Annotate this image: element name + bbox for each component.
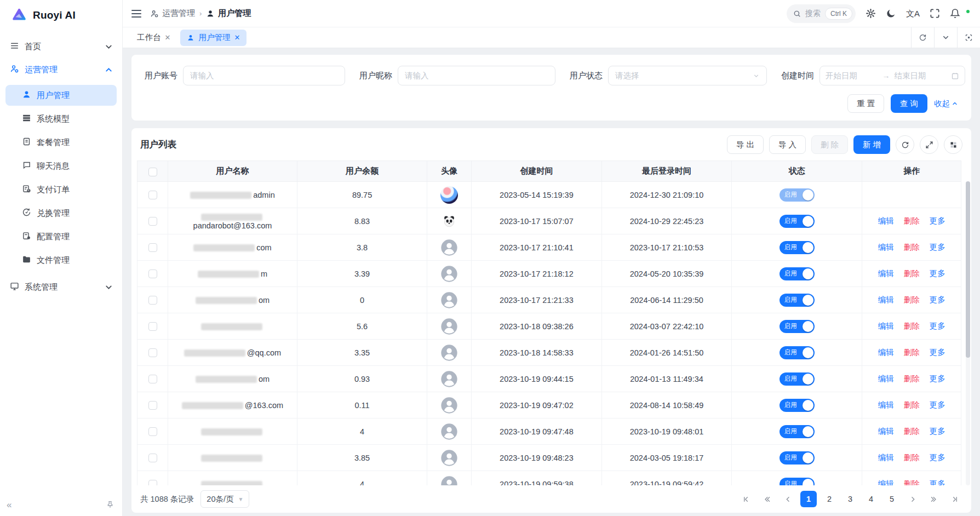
- language-translate-icon[interactable]: 文A: [906, 9, 920, 18]
- edit-link[interactable]: 编辑: [878, 427, 894, 435]
- sidebar-item-chat-messages[interactable]: 聊天消息: [5, 156, 117, 176]
- status-toggle[interactable]: 启用: [780, 188, 815, 202]
- page-size-select[interactable]: 20条/页 ▼: [200, 490, 249, 508]
- row-checkbox[interactable]: [148, 217, 157, 226]
- dark-mode-moon-icon[interactable]: [886, 8, 896, 19]
- jump-back-icon[interactable]: [759, 491, 775, 507]
- close-icon[interactable]: ✕: [165, 33, 171, 42]
- account-input[interactable]: [183, 66, 345, 85]
- edit-link[interactable]: 编辑: [878, 216, 894, 225]
- more-link[interactable]: 更多: [930, 427, 945, 435]
- status-toggle[interactable]: 启用: [780, 294, 815, 307]
- page-number-2[interactable]: 2: [821, 491, 838, 507]
- delete-link[interactable]: 删除: [904, 453, 920, 462]
- sidebar-item-system-model[interactable]: 系统模型: [5, 108, 117, 129]
- prev-page-icon[interactable]: [780, 491, 796, 507]
- column-header-name[interactable]: 用户名称: [168, 161, 297, 182]
- content-fullscreen-icon[interactable]: [957, 27, 980, 48]
- edit-link[interactable]: 编辑: [878, 400, 894, 409]
- more-link[interactable]: 更多: [930, 322, 945, 330]
- more-link[interactable]: 更多: [930, 374, 945, 383]
- first-page-icon[interactable]: [738, 491, 754, 507]
- nickname-input[interactable]: [398, 66, 555, 85]
- delete-link[interactable]: 删除: [904, 243, 920, 251]
- status-toggle[interactable]: 启用: [780, 372, 815, 386]
- delete-button[interactable]: 删 除: [811, 135, 848, 154]
- sidebar-item-file-management[interactable]: 文件管理: [5, 250, 117, 271]
- table-refresh-icon[interactable]: [896, 135, 914, 154]
- edit-link[interactable]: 编辑: [878, 348, 894, 357]
- breadcrumb-user-management[interactable]: 用户管理: [206, 8, 251, 19]
- delete-link[interactable]: 删除: [904, 269, 920, 278]
- edit-link[interactable]: 编辑: [878, 295, 894, 304]
- status-toggle[interactable]: 启用: [780, 346, 815, 359]
- delete-link[interactable]: 删除: [904, 400, 920, 409]
- tab-user-management[interactable]: 用户管理 ✕: [180, 30, 247, 46]
- more-link[interactable]: 更多: [930, 295, 945, 304]
- global-search[interactable]: 搜索 Ctrl K: [787, 4, 856, 23]
- breadcrumb-operations[interactable]: 运营管理: [150, 8, 195, 19]
- column-header-actions[interactable]: 操作: [862, 161, 961, 182]
- delete-link[interactable]: 删除: [904, 216, 920, 225]
- delete-link[interactable]: 删除: [904, 295, 920, 304]
- last-page-icon[interactable]: [946, 491, 962, 507]
- delete-link[interactable]: 删除: [904, 322, 920, 330]
- sidebar-item-config-management[interactable]: 配置管理: [5, 226, 117, 247]
- edit-link[interactable]: 编辑: [878, 374, 894, 383]
- status-toggle[interactable]: 启用: [780, 320, 815, 333]
- start-date-input[interactable]: 开始日期: [826, 71, 878, 81]
- more-link[interactable]: 更多: [930, 453, 945, 462]
- sidebar-collapse-icon[interactable]: «: [7, 500, 12, 509]
- column-header-created[interactable]: 创建时间: [471, 161, 602, 182]
- status-toggle[interactable]: 启用: [780, 215, 815, 228]
- edit-link[interactable]: 编辑: [878, 453, 894, 462]
- row-checkbox[interactable]: [148, 454, 157, 462]
- page-number-4[interactable]: 4: [863, 491, 879, 507]
- tab-workbench[interactable]: 工作台 ✕: [130, 30, 177, 46]
- page-number-5[interactable]: 5: [884, 491, 900, 507]
- edit-link[interactable]: 编辑: [878, 243, 894, 251]
- page-number-1[interactable]: 1: [800, 491, 817, 507]
- more-link[interactable]: 更多: [930, 348, 945, 357]
- row-checkbox[interactable]: [148, 191, 157, 199]
- column-settings-icon[interactable]: [944, 135, 962, 154]
- delete-link[interactable]: 删除: [904, 427, 920, 435]
- status-toggle[interactable]: 启用: [780, 267, 815, 280]
- end-date-input[interactable]: 结束日期: [895, 71, 947, 81]
- edit-link[interactable]: 编辑: [878, 269, 894, 278]
- page-number-3[interactable]: 3: [842, 491, 858, 507]
- collapse-filter-link[interactable]: 收起: [934, 99, 958, 109]
- status-toggle[interactable]: 启用: [780, 451, 815, 465]
- delete-link[interactable]: 删除: [904, 374, 920, 383]
- add-button[interactable]: 新 增: [853, 135, 890, 154]
- created-date-range[interactable]: 开始日期 → 结束日期: [819, 66, 965, 85]
- more-link[interactable]: 更多: [930, 243, 945, 251]
- row-checkbox[interactable]: [148, 348, 157, 357]
- sidebar-item-exchange-management[interactable]: 兑换管理: [5, 203, 117, 223]
- reset-button[interactable]: 重 置: [847, 94, 884, 113]
- status-toggle[interactable]: 启用: [780, 399, 815, 412]
- import-button[interactable]: 导 入: [769, 135, 806, 154]
- status-toggle[interactable]: 启用: [780, 478, 815, 486]
- edit-link[interactable]: 编辑: [878, 322, 894, 330]
- fullscreen-icon[interactable]: [930, 8, 940, 19]
- column-header-last-login[interactable]: 最后登录时间: [602, 161, 732, 182]
- row-checkbox[interactable]: [148, 296, 157, 305]
- status-select[interactable]: 请选择: [608, 66, 767, 85]
- tab-refresh-icon[interactable]: [911, 27, 934, 48]
- sidebar-item-package-management[interactable]: 套餐管理: [5, 132, 117, 153]
- select-all-checkbox[interactable]: [148, 168, 157, 176]
- settings-gear-icon[interactable]: [866, 8, 876, 19]
- jump-forward-icon[interactable]: [925, 491, 942, 507]
- sidebar-item-operations[interactable]: 运营管理: [0, 58, 122, 81]
- notifications-bell-icon[interactable]: [950, 8, 960, 19]
- column-header-balance[interactable]: 用户余额: [297, 161, 427, 182]
- sidebar-item-system-management[interactable]: 系统管理: [0, 276, 122, 299]
- next-page-icon[interactable]: [904, 491, 921, 507]
- export-button[interactable]: 导 出: [727, 135, 764, 154]
- sidebar-item-user-management[interactable]: 用户管理: [5, 85, 117, 106]
- sidebar-item-payment-orders[interactable]: 支付订单: [5, 179, 117, 200]
- table-expand-icon[interactable]: [920, 135, 938, 154]
- tab-menu-chevron-icon[interactable]: [934, 27, 957, 48]
- menu-toggle-icon[interactable]: [131, 10, 141, 18]
